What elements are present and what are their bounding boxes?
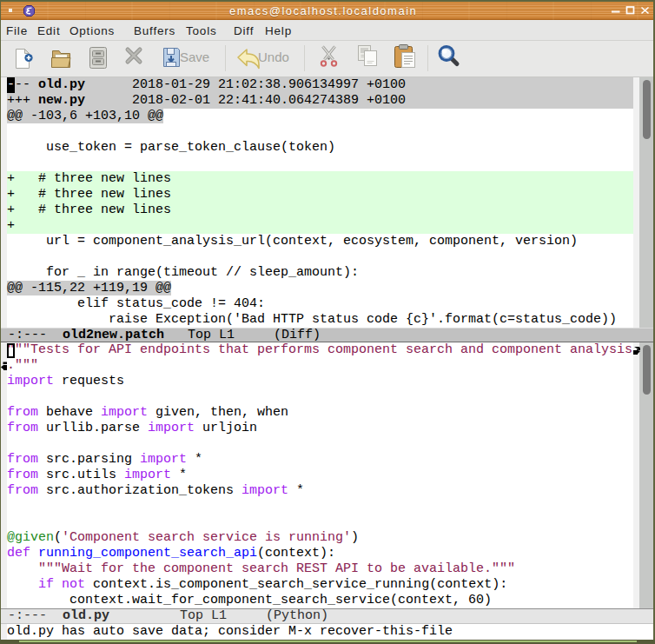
svg-text:Save: Save [180, 50, 209, 64]
svg-text:Undo: Undo [258, 50, 289, 64]
